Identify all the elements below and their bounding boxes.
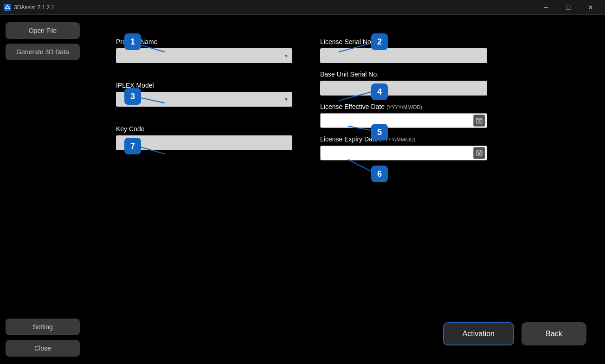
base-unit-serial-input[interactable]	[320, 81, 487, 96]
open-file-button[interactable]: Open File	[6, 22, 80, 39]
base-unit-serial-label: Base Unit Serial No.	[320, 70, 487, 78]
license-effective-date-wrapper: 2024/11/15 15	[320, 113, 487, 128]
window-controls: ─ □ ✕	[535, 0, 601, 15]
base-unit-serial-group: Base Unit Serial No.	[320, 70, 487, 96]
license-expiry-group: License Expiry Date (YYYY/MM/DD) 2024/11…	[320, 135, 487, 160]
titlebar: 3DAssist 2.1.2.1 ─ □ ✕	[0, 0, 605, 15]
svg-text:15: 15	[478, 153, 481, 155]
bottom-action-buttons: Activation Back	[443, 322, 586, 345]
content-area: 1 2 3 4 5 6 7 Product Name	[97, 15, 605, 364]
product-name-select[interactable]	[116, 48, 292, 63]
license-expiry-date-wrapper: 2024/11/15 15	[320, 146, 487, 160]
main-content: Open File Generate 3D Data Setting Close	[0, 15, 605, 364]
back-button[interactable]: Back	[521, 322, 586, 345]
form-container: Product Name ▼ IPLEX Model	[116, 33, 586, 160]
form-right-column: License Serial No. Base Unit Serial No. …	[320, 33, 487, 160]
license-serial-group: License Serial No.	[320, 38, 487, 63]
callout-3: 3	[124, 88, 141, 105]
license-expiry-calendar-icon[interactable]: 15	[473, 147, 485, 159]
callout-1: 1	[124, 33, 141, 50]
svg-line-6	[348, 160, 373, 172]
callout-6: 6	[371, 166, 388, 182]
setting-button[interactable]: Setting	[6, 319, 80, 335]
key-code-label: Key Code	[116, 125, 292, 133]
maximize-button[interactable]: □	[558, 0, 579, 15]
callout-7: 7	[124, 138, 141, 154]
app-title: 3DAssist 2.1.2.1	[14, 4, 54, 11]
svg-marker-0	[5, 5, 10, 9]
callout-5: 5	[371, 124, 388, 140]
key-code-input[interactable]	[116, 135, 292, 150]
iplex-model-select[interactable]	[116, 92, 292, 107]
activation-button[interactable]: Activation	[443, 322, 514, 345]
titlebar-left: 3DAssist 2.1.2.1	[4, 4, 54, 11]
iplex-model-group: IPLEX Model ▼	[116, 82, 292, 107]
form-left-column: Product Name ▼ IPLEX Model	[116, 33, 292, 160]
license-serial-label: License Serial No.	[320, 38, 487, 45]
close-window-button[interactable]: ✕	[580, 0, 601, 15]
license-effective-label: License Effective Date (YYYY/MM/DD)	[320, 103, 487, 110]
close-button[interactable]: Close	[6, 340, 80, 357]
license-effective-calendar-icon[interactable]: 15	[473, 115, 485, 127]
minimize-button[interactable]: ─	[535, 0, 557, 15]
callout-2: 2	[371, 33, 388, 50]
product-name-label: Product Name	[116, 38, 292, 45]
generate-3d-button[interactable]: Generate 3D Data	[6, 44, 80, 60]
license-serial-input[interactable]	[320, 48, 487, 63]
license-effective-date-input[interactable]: 2024/11/15	[320, 113, 487, 128]
iplex-model-label: IPLEX Model	[116, 82, 292, 89]
sidebar-bottom-buttons: Setting Close	[6, 319, 92, 357]
license-expiry-date-input[interactable]: 2024/11/15	[320, 146, 487, 160]
product-name-group: Product Name ▼	[116, 38, 292, 63]
license-expiry-label: License Expiry Date (YYYY/MM/DD)	[320, 135, 487, 143]
iplex-model-select-wrapper: ▼	[116, 92, 292, 107]
product-name-select-wrapper: ▼	[116, 48, 292, 63]
license-effective-group: License Effective Date (YYYY/MM/DD) 2024…	[320, 103, 487, 128]
app-icon	[4, 4, 11, 11]
sidebar: Open File Generate 3D Data Setting Close	[0, 15, 97, 364]
svg-text:15: 15	[478, 120, 481, 123]
key-code-group: Key Code	[116, 125, 292, 150]
callout-4: 4	[371, 83, 388, 100]
